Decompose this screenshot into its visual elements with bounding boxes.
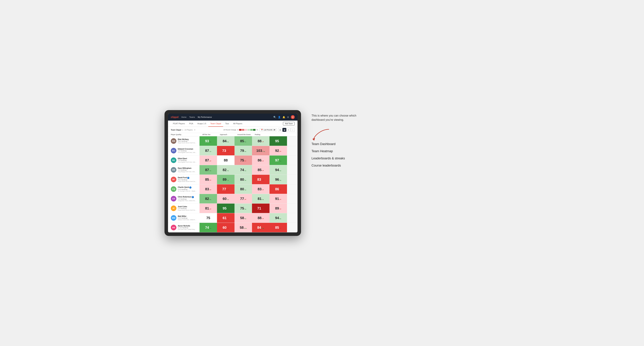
player-handicap: Plus Handicap	[178, 140, 197, 142]
score-change: 21▲	[261, 227, 264, 229]
score-value: 96	[275, 178, 279, 181]
score-value: 85	[240, 139, 244, 143]
score-change: 10▲	[244, 227, 247, 229]
tab-hcaps[interactable]: Hcaps 1-5	[195, 121, 208, 127]
tab-list: PGAT Players PGA Hcaps 1-5 Team Clippd T…	[171, 121, 244, 127]
col-off-tee[interactable]: Off the Tee ↓	[202, 134, 220, 135]
score-value: 87	[205, 159, 209, 162]
table-row[interactable]: ECEdward Crossman1-5 HandicapSunningdale…	[168, 146, 298, 156]
player-name: Charlie Quick✓	[178, 186, 197, 188]
player-cell-7[interactable]: JCJosh Coles1-5 HandicapRoyal North Devo…	[168, 204, 200, 213]
score-change: 9▲	[279, 141, 281, 143]
score-cell-6-3: 814▲	[252, 194, 270, 203]
edit-icon[interactable]: ✏	[194, 129, 196, 131]
score-value: 87	[205, 168, 209, 172]
player-cell-5[interactable]: CQCharlie Quick✓6-10 HandicapSt. George'…	[168, 184, 200, 194]
score-cell-2-1: 88	[217, 156, 234, 165]
table-row[interactable]: CQCharlie Quick✓6-10 HandicapSt. George'…	[168, 184, 298, 194]
list-view-button[interactable]: ≡	[287, 128, 290, 132]
col-approach[interactable]: Approach ↓	[220, 134, 237, 135]
score-cell-8-2: 584▲	[234, 213, 252, 223]
nav-teams[interactable]: Teams	[189, 116, 195, 118]
score-cell-6-2: 773▼	[234, 194, 252, 203]
col-around-green[interactable]: Around the Green ↓	[237, 134, 255, 135]
player-cell-8[interactable]: MMMatt Miller6-10 HandicapWoburn Golf Cl…	[168, 213, 200, 223]
score-value: 82	[222, 168, 226, 172]
tab-team-clippd[interactable]: Team Clippd	[208, 121, 223, 127]
score-cell-9-4: 854▼	[270, 223, 287, 232]
table-row[interactable]: MMMatt Miller6-10 HandicapWoburn Golf Cl…	[168, 213, 298, 223]
table-row[interactable]: DFDavid Ford✓Plus HandicapRoyal North De…	[168, 175, 298, 184]
score-change: 2▼	[279, 208, 281, 210]
player-count: 14 Players	[184, 129, 193, 131]
grid-view-button[interactable]: ⊞	[278, 128, 282, 132]
annotation-intro: This is where you can choose which dashb…	[312, 114, 368, 122]
player-club: Royal North Devon Golf Club, United King…	[178, 209, 197, 211]
avatar: DF	[171, 177, 176, 182]
table-row[interactable]: ANAaron Nicholls11-15 HandicapDrift Golf…	[168, 223, 298, 232]
player-cell-0[interactable]: BMBlair McHargPlus HandicapRoyal North D…	[168, 136, 200, 146]
add-team-button[interactable]: Add Team	[283, 122, 295, 126]
tablet-frame: clippd Home Teams My Performance 🔍 👤 🔔 ⚙…	[164, 110, 301, 236]
score-value: 82	[205, 197, 209, 200]
profile-icon[interactable]: 👤	[278, 116, 281, 119]
score-cell-1-3: 10315▲	[252, 146, 270, 155]
col-player-quality[interactable]: Player Quality ↓	[171, 134, 202, 135]
score-value: 85	[258, 168, 262, 172]
player-info: Elliot Ebert1-5 HandicapSunningdale Golf…	[178, 158, 197, 163]
score-cell-3-1: 824▲	[217, 165, 234, 174]
score-value: 94	[275, 216, 279, 220]
settings-icon[interactable]: ⚙	[287, 116, 289, 119]
player-info: Blair McHargPlus HandicapRoyal North Dev…	[178, 138, 197, 144]
score-change: 1▲	[244, 170, 246, 172]
last-rounds-button[interactable]: 📅 Last Rounds: 20	[259, 128, 277, 131]
tab-all-players[interactable]: All Players	[231, 121, 244, 127]
player-cell-3[interactable]: DBDave Billingham1-5 HandicapGog Magog G…	[168, 165, 200, 174]
bell-icon[interactable]: 🔔	[282, 116, 285, 119]
score-value: 79	[240, 149, 244, 152]
player-cell-4[interactable]: DFDavid Ford✓Plus HandicapRoyal North De…	[168, 175, 200, 184]
table-row[interactable]: CRChris Robertson✓1-5 HandicapCraigmilla…	[168, 194, 298, 204]
tab-tour[interactable]: Tour	[223, 121, 231, 127]
col-putting[interactable]: Putting ↓	[255, 134, 272, 135]
heatmap-view-button[interactable]: ▦	[282, 128, 286, 132]
avatar: EE	[171, 158, 176, 163]
score-value: 77	[222, 187, 226, 191]
table-row[interactable]: JCJosh Coles1-5 HandicapRoyal North Devo…	[168, 204, 298, 213]
player-cell-1[interactable]: ECEdward Crossman1-5 HandicapSunningdale…	[168, 146, 200, 155]
table-row[interactable]: BMBlair McHargPlus HandicapRoyal North D…	[168, 136, 298, 146]
avatar: BM	[171, 138, 176, 144]
nav-home[interactable]: Home	[181, 116, 186, 118]
score-value: 84	[257, 226, 261, 229]
player-cell-2[interactable]: EEElliot Ebert1-5 HandicapSunningdale Go…	[168, 156, 200, 165]
table-row[interactable]: DBDave Billingham1-5 HandicapGog Magog G…	[168, 165, 298, 175]
player-cell-6[interactable]: CRChris Robertson✓1-5 HandicapCraigmilla…	[168, 194, 200, 203]
player-info: David Ford✓Plus HandicapRoyal North Devo…	[178, 177, 197, 182]
score-change: 3▼	[262, 170, 264, 172]
nav-links: Home Teams My Performance	[181, 116, 270, 118]
player-cell-9[interactable]: ANAaron Nicholls11-15 HandicapDrift Golf…	[168, 223, 200, 232]
player-club: Sunningdale Golf Club, United Kingdom	[178, 152, 197, 153]
table-body: BMBlair McHargPlus HandicapRoyal North D…	[168, 136, 298, 232]
score-change: 3▼	[209, 208, 211, 210]
tab-pgat-players[interactable]: PGAT Players	[171, 121, 187, 127]
score-value: 58	[240, 226, 244, 229]
search-icon[interactable]: 🔍	[273, 116, 276, 119]
score-change: 3▲	[209, 199, 211, 200]
sort-button[interactable]: ↕	[291, 128, 295, 132]
score-change: 11▼	[261, 208, 264, 210]
score-cell-5-0: 833▼	[200, 184, 217, 194]
verified-icon: ✓	[187, 177, 189, 179]
sort-arrow: ↓	[228, 134, 228, 135]
score-cell-9-0: 748▲	[200, 223, 217, 232]
score-cell-7-1: 958▲	[217, 204, 234, 213]
table-row[interactable]: EEElliot Ebert1-5 HandicapSunningdale Go…	[168, 156, 298, 165]
tab-pga[interactable]: PGA	[187, 121, 195, 127]
score-change: 3▼	[209, 179, 211, 181]
score-value: 85	[275, 226, 279, 229]
player-info: Charlie Quick✓6-10 HandicapSt. George's …	[178, 186, 197, 192]
score-change: 8▲	[209, 227, 211, 229]
score-cell-8-3: 882▼	[252, 213, 270, 223]
nav-my-performance[interactable]: My Performance	[198, 116, 212, 118]
user-avatar[interactable]: U	[291, 115, 295, 119]
